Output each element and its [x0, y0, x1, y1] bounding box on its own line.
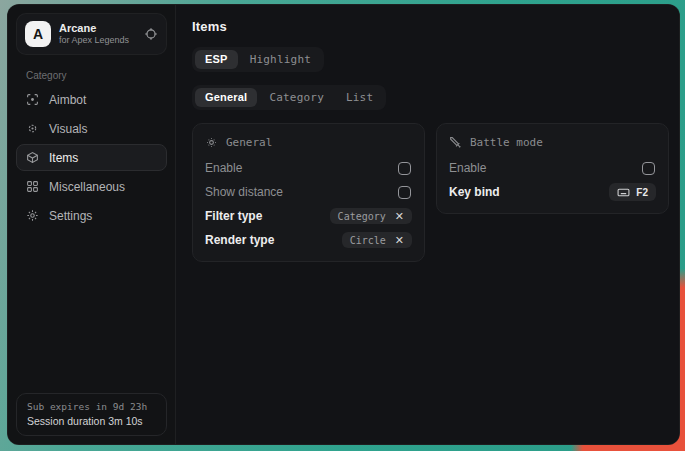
session-duration-text: Session duration 3m 10s: [27, 415, 156, 427]
tab-general[interactable]: General: [195, 88, 257, 107]
app-name: Arcane: [59, 22, 136, 36]
app-subtitle: for Apex Legends: [59, 35, 136, 46]
tab-esp[interactable]: ESP: [195, 50, 238, 69]
sidebar-item-label: Visuals: [49, 122, 87, 136]
row-label: Render type: [205, 233, 274, 247]
tab-list[interactable]: List: [336, 88, 383, 107]
grid-icon: [26, 180, 39, 193]
row-filter-type: Filter type Category ✕: [205, 204, 412, 228]
enable-checkbox[interactable]: [398, 162, 411, 175]
row-enable: Enable: [205, 156, 412, 180]
row-render-type: Render type Circle ✕: [205, 228, 412, 252]
brand-text: Arcane for Apex Legends: [59, 22, 136, 47]
keyboard-icon: [617, 186, 630, 199]
filter-type-value: Category: [338, 211, 386, 222]
sidebar-item-label: Settings: [49, 209, 92, 223]
sidebar-item-items[interactable]: Items: [16, 144, 167, 171]
general-panel-header: General: [205, 132, 412, 153]
sidebar-item-miscellaneous[interactable]: Miscellaneous: [16, 173, 167, 200]
row-label: Enable: [449, 161, 486, 175]
sidebar-item-label: Items: [49, 151, 78, 165]
sub-expires-text: Sub expires in 9d 23h: [27, 401, 156, 412]
tab-category[interactable]: Category: [259, 88, 334, 107]
keybind-button[interactable]: F2: [609, 183, 656, 201]
scan-eye-icon: [26, 122, 39, 135]
app-logo: A: [25, 21, 51, 47]
gear-icon: [26, 209, 39, 222]
sidebar-item-label: Miscellaneous: [49, 180, 125, 194]
battle-mode-panel: Battle mode Enable Key bind: [436, 123, 669, 214]
subscription-info-card: Sub expires in 9d 23h Session duration 3…: [16, 393, 167, 436]
package-icon: [26, 151, 39, 164]
view-tabbar: General Category List: [192, 85, 386, 110]
sidebar-item-label: Aimbot: [49, 93, 86, 107]
page-title: Items: [192, 19, 669, 34]
battle-mode-panel-title: Battle mode: [470, 136, 543, 149]
render-type-select[interactable]: Circle ✕: [342, 232, 412, 248]
row-label: Show distance: [205, 185, 283, 199]
sun-settings-icon: [205, 136, 218, 149]
panels-row: General Enable Show distance Filter type…: [192, 123, 669, 262]
keybind-value: F2: [636, 187, 648, 198]
sword-icon: [449, 136, 462, 149]
row-key-bind: Key bind F2: [449, 180, 656, 204]
brand-card: A Arcane for Apex Legends: [16, 13, 167, 55]
focus-icon: [26, 93, 39, 106]
sidebar-item-visuals[interactable]: Visuals: [16, 115, 167, 142]
app-window: A Arcane for Apex Legends Category: [7, 4, 680, 445]
render-type-value: Circle: [350, 235, 386, 246]
tab-highlight[interactable]: Highlight: [240, 50, 321, 69]
crosshair-icon[interactable]: [144, 27, 158, 41]
general-panel-title: General: [226, 136, 272, 149]
clear-icon[interactable]: ✕: [395, 211, 404, 222]
filter-type-select[interactable]: Category ✕: [330, 208, 412, 224]
row-enable: Enable: [449, 156, 656, 180]
show-distance-checkbox[interactable]: [398, 186, 411, 199]
clear-icon[interactable]: ✕: [395, 235, 404, 246]
mode-tabbar: ESP Highlight: [192, 47, 324, 72]
battle-mode-panel-header: Battle mode: [449, 132, 656, 153]
sidebar-item-aimbot[interactable]: Aimbot: [16, 86, 167, 113]
main-content: Items ESP Highlight General Category Lis…: [176, 5, 680, 444]
sidebar: A Arcane for Apex Legends Category: [8, 5, 176, 444]
sidebar-category-label: Category: [26, 70, 157, 81]
battle-enable-checkbox[interactable]: [642, 162, 655, 175]
general-panel: General Enable Show distance Filter type…: [192, 123, 425, 262]
row-show-distance: Show distance: [205, 180, 412, 204]
sidebar-nav: Aimbot Visuals Items: [16, 86, 167, 229]
row-label: Filter type: [205, 209, 262, 223]
row-label: Enable: [205, 161, 242, 175]
sidebar-item-settings[interactable]: Settings: [16, 202, 167, 229]
row-label: Key bind: [449, 185, 500, 199]
